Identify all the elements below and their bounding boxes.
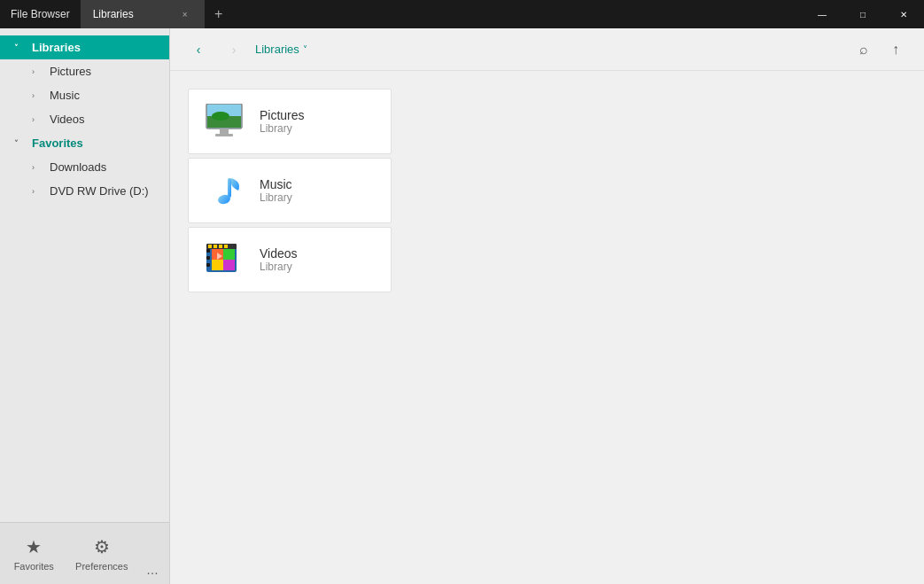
- library-info-pictures: Pictures Library: [260, 108, 305, 135]
- sidebar-item-libraries[interactable]: ˅ Libraries: [0, 35, 169, 59]
- svg-rect-11: [206, 263, 210, 267]
- library-type: Library: [260, 261, 298, 273]
- breadcrumb-chevron-icon: ˅: [303, 44, 307, 54]
- chevron-right-icon: ›: [32, 67, 43, 76]
- sidebar-nav: ˅ Libraries › Pictures › Music › Videos …: [0, 28, 169, 522]
- svg-rect-14: [223, 249, 235, 260]
- sidebar-item-favorites[interactable]: ˅ Favorites: [0, 131, 169, 155]
- app-name-label: File Browser: [0, 0, 81, 28]
- svg-rect-5: [215, 134, 233, 136]
- chevron-right-icon: ›: [32, 187, 43, 196]
- sidebar-item-label: Downloads: [50, 160, 106, 174]
- sidebar: ˅ Libraries › Pictures › Music › Videos …: [0, 28, 170, 584]
- svg-rect-16: [223, 260, 235, 270]
- main-container: ˅ Libraries › Pictures › Music › Videos …: [0, 28, 924, 584]
- chevron-right-icon: ›: [32, 163, 43, 172]
- search-icon: ⌕: [859, 42, 868, 58]
- tab-label: Libraries: [93, 8, 134, 20]
- back-button[interactable]: ‹: [184, 35, 213, 64]
- tab-close-button[interactable]: ×: [178, 7, 192, 21]
- svg-rect-19: [208, 245, 212, 248]
- svg-rect-6: [228, 178, 231, 198]
- favorites-footer-button[interactable]: ★ Favorites: [0, 523, 68, 584]
- svg-rect-10: [206, 256, 210, 260]
- title-bar: File Browser Libraries × + — □ ✕: [0, 0, 924, 28]
- library-info-music: Music Library: [260, 177, 292, 204]
- library-type: Library: [260, 122, 305, 135]
- favorites-footer-label: Favorites: [14, 561, 54, 572]
- library-type: Library: [260, 191, 292, 204]
- gear-icon: ⚙: [94, 536, 110, 557]
- sidebar-item-videos[interactable]: › Videos: [0, 107, 169, 131]
- up-button[interactable]: ↑: [881, 35, 910, 64]
- library-item-music[interactable]: Music Library: [188, 158, 392, 223]
- search-button[interactable]: ⌕: [850, 35, 878, 64]
- active-tab[interactable]: Libraries ×: [81, 0, 205, 28]
- window-controls: — □ ✕: [802, 0, 924, 28]
- svg-point-3: [212, 112, 229, 121]
- nav-bar: ‹ › Libraries ˅ ⌕ ↑: [170, 28, 924, 71]
- tab-bar: Libraries × +: [81, 0, 802, 28]
- pictures-icon: [203, 100, 245, 143]
- chevron-down-icon: ˅: [14, 139, 25, 148]
- minimize-button[interactable]: —: [802, 0, 842, 28]
- preferences-footer-label: Preferences: [75, 561, 128, 572]
- library-item-pictures[interactable]: Pictures Library: [188, 89, 392, 154]
- sidebar-item-dvd[interactable]: › DVD RW Drive (D:): [0, 179, 169, 203]
- sidebar-item-label: Libraries: [32, 41, 81, 54]
- content-grid: Pictures Library: [170, 71, 924, 584]
- music-icon: [203, 169, 245, 212]
- svg-rect-21: [219, 245, 222, 248]
- library-item-videos[interactable]: Videos Library: [188, 227, 392, 292]
- svg-rect-20: [214, 245, 217, 248]
- maximize-button[interactable]: □: [842, 0, 883, 28]
- breadcrumb[interactable]: Libraries ˅: [255, 43, 842, 56]
- library-name: Music: [260, 177, 292, 191]
- chevron-right-icon: ›: [32, 115, 43, 124]
- forward-button[interactable]: ›: [220, 35, 248, 64]
- nav-actions: ⌕ ↑: [850, 35, 910, 64]
- svg-rect-15: [212, 260, 223, 270]
- library-name: Videos: [260, 246, 298, 261]
- videos-icon: [203, 238, 245, 281]
- breadcrumb-text: Libraries: [255, 43, 299, 56]
- sidebar-item-label: DVD RW Drive (D:): [50, 184, 149, 198]
- sidebar-footer: ★ Favorites ⚙ Preferences …: [0, 522, 169, 584]
- sidebar-item-pictures[interactable]: › Pictures: [0, 59, 169, 83]
- svg-rect-22: [224, 245, 228, 248]
- chevron-down-icon: ˅: [14, 43, 25, 52]
- more-button[interactable]: …: [136, 523, 169, 584]
- new-tab-button[interactable]: +: [205, 0, 233, 28]
- preferences-footer-button[interactable]: ⚙ Preferences: [68, 523, 136, 584]
- content-area: ‹ › Libraries ˅ ⌕ ↑: [170, 28, 924, 584]
- sidebar-item-label: Pictures: [50, 65, 91, 78]
- sidebar-item-label: Videos: [50, 113, 85, 126]
- sidebar-item-downloads[interactable]: › Downloads: [0, 155, 169, 179]
- sidebar-item-label: Favorites: [32, 136, 83, 150]
- svg-rect-4: [220, 128, 229, 134]
- svg-rect-9: [206, 249, 210, 253]
- close-button[interactable]: ✕: [883, 0, 924, 28]
- up-icon: ↑: [892, 42, 899, 58]
- star-icon: ★: [26, 536, 42, 557]
- library-name: Pictures: [260, 108, 305, 122]
- chevron-right-icon: ›: [32, 91, 43, 100]
- sidebar-item-label: Music: [50, 89, 80, 102]
- sidebar-item-music[interactable]: › Music: [0, 83, 169, 107]
- library-info-videos: Videos Library: [260, 246, 298, 273]
